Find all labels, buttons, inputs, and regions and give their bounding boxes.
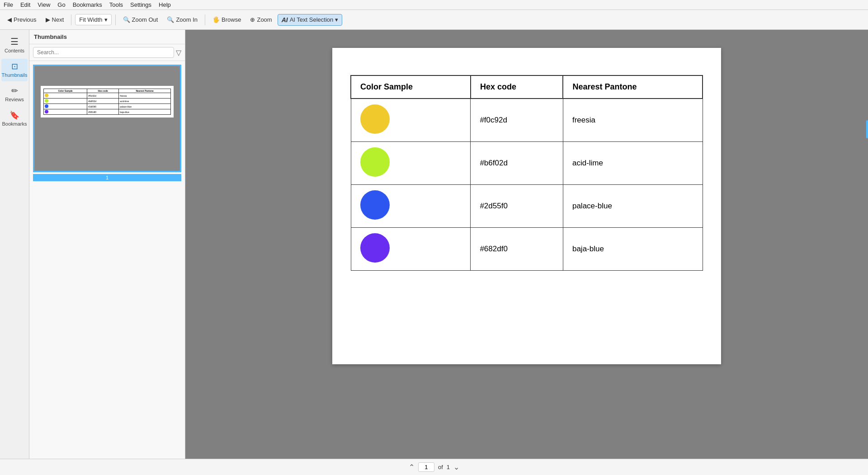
next-icon: ▶ <box>46 16 50 23</box>
sidebar-item-bookmarks[interactable]: 🔖 Bookmarks <box>1 108 28 130</box>
hex-code-cell: #682df0 <box>471 228 563 271</box>
prev-button[interactable]: ◀ Previous <box>4 14 40 25</box>
zoom-in-button[interactable]: 🔍 Zoom In <box>163 14 201 25</box>
zoom-label: Zoom <box>257 16 272 23</box>
contents-label: Contents <box>5 48 24 53</box>
thumbnail-page-1[interactable]: Color Sample Hex code Nearest Pantone #f… <box>33 65 181 181</box>
reviews-icon: ✏ <box>11 87 18 95</box>
sidebar-item-contents[interactable]: ☰ Contents <box>1 33 28 57</box>
hex-code-cell: #f0c92d <box>471 99 563 142</box>
menu-tools[interactable]: Tools <box>109 1 123 8</box>
table-row: #f0c92d freesia <box>351 99 703 142</box>
prev-label: Previous <box>14 16 37 23</box>
sidebar-item-reviews[interactable]: ✏ Reviews <box>1 83 28 106</box>
hex-code-cell: #2d55f0 <box>471 185 563 228</box>
mini-color-table: Color Sample Hex code Nearest Pantone #f… <box>43 89 171 115</box>
pantone-cell: freesia <box>563 99 703 142</box>
zoom-out-button[interactable]: 🔍 Zoom Out <box>119 14 162 25</box>
page-prev-button[interactable]: ⌃ <box>409 463 415 471</box>
color-sample-cell <box>351 228 471 271</box>
color-circle <box>360 233 390 263</box>
zoom-icon: ⊕ <box>250 16 255 23</box>
zoom-in-icon: 🔍 <box>167 16 174 23</box>
bottom-bar: ⌃ of 1 ⌄ <box>0 459 868 475</box>
thumbnails-title: Thumbnails <box>29 30 185 44</box>
color-circle <box>360 104 390 134</box>
thumbnails-icon: ⊡ <box>11 62 18 71</box>
color-sample-cell <box>351 142 471 185</box>
toolbar: ◀ Previous ▶ Next Fit Width ▾ 🔍 Zoom Out… <box>0 10 868 30</box>
sidebar-item-thumbnails[interactable]: ⊡ Thumbnails <box>1 59 28 81</box>
pantone-cell: baja-blue <box>563 228 703 271</box>
zoom-button[interactable]: ⊕ Zoom <box>246 14 275 25</box>
color-sample-cell <box>351 99 471 142</box>
divider-2 <box>115 14 116 25</box>
thumbnail-page-number: 1 <box>33 174 181 181</box>
col-header-nearest-pantone: Nearest Pantone <box>563 75 703 99</box>
color-sample-cell <box>351 185 471 228</box>
ai-icon: AI <box>282 16 288 24</box>
menu-settings[interactable]: Settings <box>130 1 151 8</box>
fit-width-label: Fit Width <box>79 16 102 23</box>
text-selection-label: AI Text Selection <box>290 16 334 23</box>
next-button[interactable]: ▶ Next <box>42 14 68 25</box>
zoom-in-label: Zoom In <box>176 16 198 23</box>
divider-1 <box>71 14 71 25</box>
thumbnails-panel: Thumbnails ▽ Color Sample He <box>29 30 185 459</box>
color-circle <box>360 190 390 220</box>
col-header-hex-code: Hex code <box>471 75 563 99</box>
bookmarks-icon: 🔖 <box>9 111 19 119</box>
thumbnails-scroll[interactable]: Color Sample Hex code Nearest Pantone #f… <box>29 61 185 459</box>
menu-help[interactable]: Help <box>159 1 171 8</box>
pdf-page: Color Sample Hex code Nearest Pantone #f… <box>332 48 721 364</box>
menu-file[interactable]: File <box>4 1 13 8</box>
contents-icon: ☰ <box>10 37 19 46</box>
menu-bar: File Edit View Go Bookmarks Tools Settin… <box>0 0 868 10</box>
menu-bookmarks[interactable]: Bookmarks <box>73 1 102 8</box>
table-row: #b6f02d acid-lime <box>351 142 703 185</box>
hex-code-cell: #b6f02d <box>471 142 563 185</box>
color-table: Color Sample Hex code Nearest Pantone #f… <box>350 75 703 271</box>
reviews-label: Reviews <box>5 97 24 102</box>
divider-3 <box>205 14 205 25</box>
page-next-button[interactable]: ⌄ <box>453 463 459 471</box>
thumbnail-page-content: Color Sample Hex code Nearest Pantone #f… <box>37 69 177 168</box>
thumbnail-border: Color Sample Hex code Nearest Pantone #f… <box>33 65 181 172</box>
page-total-count: 1 <box>447 464 450 470</box>
page-of-label: of <box>438 464 443 470</box>
browse-icon: 🖐 <box>212 16 220 23</box>
menu-edit[interactable]: Edit <box>20 1 30 8</box>
pantone-cell: acid-lime <box>563 142 703 185</box>
main-area: ☰ Contents ⊡ Thumbnails ✏ Reviews 🔖 Book… <box>0 30 868 459</box>
scroll-indicator <box>866 120 868 138</box>
browse-button[interactable]: 🖐 Browse <box>209 14 245 25</box>
zoom-out-icon: 🔍 <box>123 16 130 23</box>
thumbnails-label: Thumbnails <box>2 72 28 78</box>
text-selection-chevron: ▾ <box>335 16 338 23</box>
table-row: #682df0 baja-blue <box>351 228 703 271</box>
thumbnails-filter-button[interactable]: ▽ <box>176 48 181 57</box>
pantone-cell: palace-blue <box>563 185 703 228</box>
color-circle <box>360 147 390 177</box>
table-row: #2d55f0 palace-blue <box>351 185 703 228</box>
prev-icon: ◀ <box>7 16 12 23</box>
browse-label: Browse <box>222 16 241 23</box>
fit-width-select[interactable]: Fit Width ▾ <box>75 14 111 25</box>
page-number-input[interactable] <box>418 462 434 472</box>
thumbnails-search-bar: ▽ <box>29 44 185 61</box>
thumbnails-search-input[interactable] <box>33 47 174 58</box>
pdf-viewer[interactable]: Color Sample Hex code Nearest Pantone #f… <box>185 30 868 459</box>
next-label: Next <box>52 16 64 23</box>
sidebar: ☰ Contents ⊡ Thumbnails ✏ Reviews 🔖 Book… <box>0 30 29 459</box>
bookmarks-label: Bookmarks <box>2 121 27 127</box>
zoom-out-label: Zoom Out <box>132 16 158 23</box>
col-header-color-sample: Color Sample <box>351 75 471 99</box>
fit-width-chevron: ▾ <box>104 16 108 23</box>
menu-go[interactable]: Go <box>57 1 65 8</box>
text-selection-button[interactable]: AI AI Text Selection ▾ <box>278 14 343 26</box>
menu-view[interactable]: View <box>38 1 50 8</box>
